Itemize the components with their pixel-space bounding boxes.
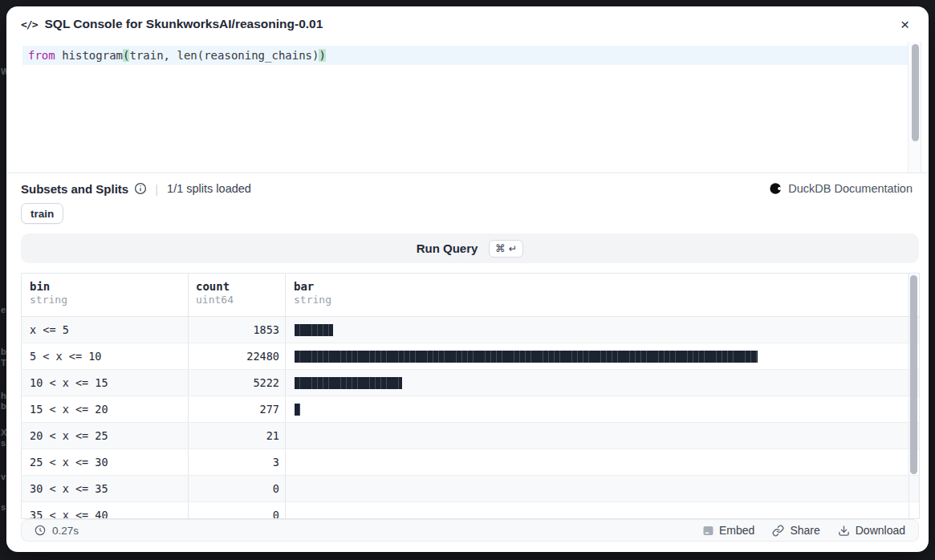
cell-bar [285, 370, 909, 396]
table-row: 20 < x <= 2521 [22, 423, 919, 449]
column-type: uint64 [196, 294, 279, 306]
table-row: 35 < x <= 400 [22, 502, 919, 519]
code-token: histogram [62, 49, 123, 62]
cell-bin: x <= 5 [22, 317, 188, 343]
embed-label: Embed [719, 524, 754, 537]
active-code-line: from histogram(train, len(reasoning_chai… [22, 46, 908, 65]
split-chip-train[interactable]: train [21, 203, 63, 224]
cell-bin: 5 < x <= 10 [22, 343, 188, 369]
background-text-fragment: b [1, 347, 6, 356]
download-button[interactable]: Download [838, 524, 905, 537]
background-text-fragment: v [1, 472, 6, 481]
column-header-bar: bar string [285, 274, 909, 316]
embed-button[interactable]: Embed [703, 524, 754, 537]
splits-loaded-status: 1/1 splits loaded [167, 182, 251, 195]
table-row: 10 < x <= 155222 [22, 370, 919, 396]
editor-scrollbar-thumb[interactable] [912, 44, 919, 141]
download-icon [838, 525, 850, 537]
cell-bin: 35 < x <= 40 [22, 502, 188, 519]
cell-bar [285, 502, 909, 519]
subsets-row: Subsets and Splits | 1/1 splits loaded D… [6, 178, 929, 199]
clock-icon [35, 525, 46, 536]
table-row: 30 < x <= 350 [22, 476, 919, 502]
code-token: ) [319, 49, 325, 62]
share-link-icon [772, 525, 784, 537]
background-text-fragment: e [1, 305, 6, 314]
results-footer: 0.27s Embed Share [21, 519, 919, 542]
cell-bin: 15 < x <= 20 [22, 396, 188, 422]
table-row: 15 < x <= 20277 [22, 396, 919, 423]
table-row: 25 < x <= 303 [22, 449, 919, 476]
column-name: bin [30, 280, 188, 294]
table-row: 5 < x <= 1022480 [22, 343, 919, 370]
column-header-bin: bin string [22, 274, 188, 316]
modal-title: SQL Console for SkunkworksAI/reasoning-0… [44, 17, 895, 31]
divider: | [155, 182, 158, 196]
download-label: Download [856, 524, 905, 537]
info-icon[interactable] [134, 182, 147, 195]
code-icon: </> [21, 18, 37, 30]
background-text-fragment: h [1, 391, 6, 400]
column-type: string [294, 294, 909, 306]
duckdb-documentation-label: DuckDB Documentation [788, 182, 913, 195]
sql-console-modal: </> SQL Console for SkunkworksAI/reasoni… [6, 6, 929, 552]
query-duration: 0.27s [35, 525, 79, 537]
share-button[interactable]: Share [772, 524, 819, 537]
run-query-button[interactable]: Run Query ⌘ ↵ [21, 233, 919, 263]
cell-bin: 30 < x <= 35 [22, 476, 188, 501]
editor-scrollbar-track [908, 42, 921, 172]
split-chip-label: train [30, 208, 54, 220]
cell-count: 277 [188, 396, 285, 422]
cell-count: 1853 [188, 317, 285, 343]
share-label: Share [790, 524, 819, 537]
table-body: x <= 518535 < x <= 102248010 < x <= 1552… [22, 317, 919, 519]
duckdb-documentation-link[interactable]: DuckDB Documentation [770, 182, 913, 195]
cell-count: 5222 [188, 370, 285, 396]
column-header-count: count uint64 [188, 274, 285, 316]
histogram-bar [295, 324, 333, 336]
cell-bar [285, 449, 909, 475]
cell-bar [285, 343, 909, 369]
run-query-label: Run Query [417, 241, 478, 255]
background-text-fragment: s [1, 502, 6, 512]
cell-bin: 10 < x <= 15 [22, 370, 188, 396]
cell-bar [285, 476, 909, 501]
duckdb-icon [770, 182, 783, 195]
column-type: string [30, 294, 188, 306]
cell-count: 21 [188, 423, 285, 448]
cell-count: 3 [188, 449, 285, 475]
cell-bin: 25 < x <= 30 [22, 449, 188, 475]
results-table: bin string count uint64 bar string x <= … [21, 273, 920, 519]
close-icon[interactable]: × [896, 15, 914, 34]
footer-actions: Embed Share Download [703, 524, 905, 537]
histogram-bar [295, 351, 758, 363]
cell-bin: 20 < x <= 25 [22, 423, 188, 448]
keyboard-shortcut-badge: ⌘ ↵ [489, 240, 523, 258]
background-text-fragment: b [1, 401, 6, 411]
table-scrollbar-thumb[interactable] [910, 275, 917, 474]
dimmed-page-overlay: { "overlay": { "fragments": [ {"ch": "W"… [0, 0, 935, 560]
query-duration-value: 0.27s [52, 525, 79, 537]
cell-bar [285, 423, 909, 448]
cell-bar [285, 396, 909, 422]
modal-header: </> SQL Console for SkunkworksAI/reasoni… [6, 6, 929, 42]
cell-count: 22480 [188, 343, 285, 369]
background-text-fragment: s [1, 438, 6, 448]
histogram-bar [295, 404, 300, 416]
code-token: from [28, 49, 55, 62]
subsets-label: Subsets and Splits [21, 182, 128, 196]
column-name: count [196, 280, 279, 294]
cell-bar [285, 317, 909, 343]
sql-editor[interactable]: from histogram(train, len(reasoning_chai… [6, 42, 929, 173]
cell-count: 0 [188, 502, 285, 519]
embed-icon [703, 526, 713, 536]
code-token: train, len(reasoning_chains) [129, 49, 319, 62]
table-header-row: bin string count uint64 bar string [22, 274, 919, 317]
cell-count: 0 [188, 476, 285, 501]
column-name: bar [294, 280, 909, 294]
code-token [55, 49, 62, 62]
table-row: x <= 51853 [22, 317, 919, 343]
histogram-bar [295, 377, 402, 389]
code-line: from histogram(train, len(reasoning_chai… [22, 49, 326, 62]
